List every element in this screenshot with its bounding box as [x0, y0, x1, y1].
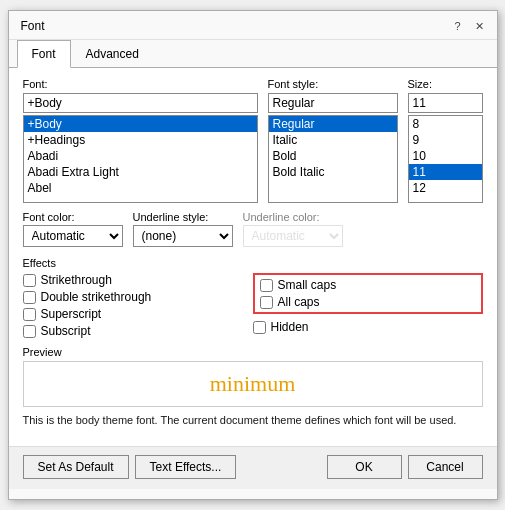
cancel-button[interactable]: Cancel: [408, 455, 483, 479]
size-item-2[interactable]: 10: [409, 148, 482, 164]
font-dialog: Font ? ✕ Font Advanced Font: +Body +Head…: [8, 10, 498, 500]
size-listbox[interactable]: 8 9 10 11 12: [408, 115, 483, 203]
effects-left-col: Strikethrough Double strikethrough Super…: [23, 273, 253, 338]
style-listbox[interactable]: Regular Italic Bold Bold Italic: [268, 115, 398, 203]
size-label: Size:: [408, 78, 483, 90]
preview-text: minimum: [210, 371, 296, 397]
dropdowns-row: Font color: Automatic Underline style: (…: [23, 211, 483, 247]
info-text: This is the body theme font. The current…: [23, 413, 483, 428]
subscript-label: Subscript: [41, 324, 91, 338]
underline-color-select[interactable]: Automatic: [243, 225, 343, 247]
underline-style-label: Underline style:: [133, 211, 233, 223]
font-item-4[interactable]: Abel: [24, 180, 257, 196]
double-strikethrough-row: Double strikethrough: [23, 290, 253, 304]
all-caps-checkbox[interactable]: [260, 296, 273, 309]
effects-grid: Strikethrough Double strikethrough Super…: [23, 273, 483, 338]
footer-right: OK Cancel: [327, 455, 483, 479]
style-column: Font style: Regular Italic Bold Bold Ita…: [268, 78, 398, 203]
underline-style-group: Underline style: (none): [133, 211, 233, 247]
size-item-1[interactable]: 9: [409, 132, 482, 148]
font-item-1[interactable]: +Headings: [24, 132, 257, 148]
font-color-select[interactable]: Automatic: [23, 225, 123, 247]
preview-label: Preview: [23, 346, 483, 358]
double-strikethrough-label: Double strikethrough: [41, 290, 152, 304]
dialog-content: Font: +Body +Headings Abadi Abadi Extra …: [9, 68, 497, 446]
title-bar: Font ? ✕: [9, 11, 497, 40]
font-style-size-row: Font: +Body +Headings Abadi Abadi Extra …: [23, 78, 483, 203]
font-listbox[interactable]: +Body +Headings Abadi Abadi Extra Light …: [23, 115, 258, 203]
all-caps-row: All caps: [260, 295, 476, 309]
set-default-button[interactable]: Set As Default: [23, 455, 129, 479]
font-color-label: Font color:: [23, 211, 123, 223]
underline-color-group: Underline color: Automatic: [243, 211, 343, 247]
hidden-label: Hidden: [271, 320, 309, 334]
all-caps-label: All caps: [278, 295, 320, 309]
highlighted-effects-box: Small caps All caps: [253, 273, 483, 314]
ok-button[interactable]: OK: [327, 455, 402, 479]
style-item-3[interactable]: Bold Italic: [269, 164, 397, 180]
effects-title: Effects: [23, 257, 483, 269]
font-item-2[interactable]: Abadi: [24, 148, 257, 164]
font-color-group: Font color: Automatic: [23, 211, 123, 247]
subscript-row: Subscript: [23, 324, 253, 338]
strikethrough-row: Strikethrough: [23, 273, 253, 287]
style-item-1[interactable]: Italic: [269, 132, 397, 148]
hidden-row: Hidden: [253, 320, 483, 334]
font-label: Font:: [23, 78, 258, 90]
underline-color-label: Underline color:: [243, 211, 343, 223]
style-item-2[interactable]: Bold: [269, 148, 397, 164]
strikethrough-label: Strikethrough: [41, 273, 112, 287]
tab-advanced[interactable]: Advanced: [71, 40, 154, 68]
help-button[interactable]: ?: [449, 17, 467, 35]
superscript-row: Superscript: [23, 307, 253, 321]
footer-left: Set As Default Text Effects...: [23, 455, 237, 479]
superscript-label: Superscript: [41, 307, 102, 321]
strikethrough-checkbox[interactable]: [23, 274, 36, 287]
size-item-4[interactable]: 12: [409, 180, 482, 196]
preview-box: minimum: [23, 361, 483, 407]
hidden-checkbox[interactable]: [253, 321, 266, 334]
small-caps-label: Small caps: [278, 278, 337, 292]
double-strikethrough-checkbox[interactable]: [23, 291, 36, 304]
size-item-3[interactable]: 11: [409, 164, 482, 180]
close-button[interactable]: ✕: [471, 17, 489, 35]
superscript-checkbox[interactable]: [23, 308, 36, 321]
title-bar-controls: ? ✕: [449, 17, 489, 35]
font-column: Font: +Body +Headings Abadi Abadi Extra …: [23, 78, 258, 203]
text-effects-button[interactable]: Text Effects...: [135, 455, 237, 479]
tab-bar: Font Advanced: [9, 40, 497, 68]
font-item-0[interactable]: +Body: [24, 116, 257, 132]
size-column: Size: 8 9 10 11 12: [408, 78, 483, 203]
dialog-title: Font: [21, 19, 45, 33]
size-input[interactable]: [408, 93, 483, 113]
style-item-0[interactable]: Regular: [269, 116, 397, 132]
font-input[interactable]: [23, 93, 258, 113]
style-label: Font style:: [268, 78, 398, 90]
size-item-0[interactable]: 8: [409, 116, 482, 132]
effects-right-col: Small caps All caps Hidden: [253, 273, 483, 338]
dialog-footer: Set As Default Text Effects... OK Cancel: [9, 446, 497, 489]
style-input[interactable]: [268, 93, 398, 113]
preview-section: Preview minimum: [23, 346, 483, 407]
underline-style-select[interactable]: (none): [133, 225, 233, 247]
subscript-checkbox[interactable]: [23, 325, 36, 338]
font-item-3[interactable]: Abadi Extra Light: [24, 164, 257, 180]
tab-font[interactable]: Font: [17, 40, 71, 68]
effects-section: Effects Strikethrough Double strikethrou…: [23, 257, 483, 338]
small-caps-checkbox[interactable]: [260, 279, 273, 292]
small-caps-row: Small caps: [260, 278, 476, 292]
